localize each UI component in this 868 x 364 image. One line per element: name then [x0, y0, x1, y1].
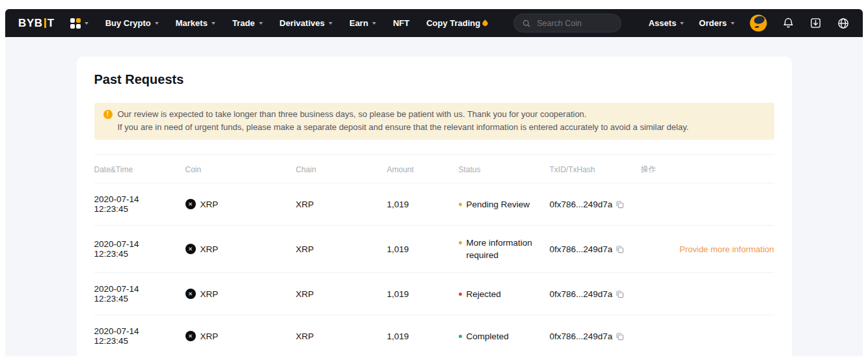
nav-item-orders[interactable]: Orders — [699, 18, 735, 28]
txid-value: 0fx786...249d7a — [550, 200, 613, 209]
column-header: Chain — [296, 165, 387, 174]
cell-coin: ✕ XRP — [185, 244, 296, 254]
cell-status: Pending Review — [459, 198, 550, 211]
column-header: TxID/TxHash — [550, 165, 641, 174]
cell-chain: XRP — [296, 244, 387, 254]
status-dot-icon — [459, 241, 462, 244]
nav-item-earn[interactable]: Earn — [349, 18, 376, 28]
cell-coin: ✕ XRP — [185, 331, 296, 341]
cell-txid: 0fx786...249d7a — [550, 332, 641, 341]
cell-coin: ✕ XRP — [185, 289, 296, 299]
nav-item-buy-crypto[interactable]: Buy Crypto — [105, 18, 159, 28]
chevron-down-icon — [211, 22, 215, 25]
cell-coin: ✕ XRP — [185, 199, 296, 209]
logo-orange-bar — [44, 18, 46, 28]
page-content: Past Requests ! Our review is expected t… — [5, 37, 863, 356]
status-dot-icon — [459, 292, 462, 296]
notice-line-2: If you are in need of urgent funds, plea… — [118, 122, 689, 132]
notice-line-1: Our review is expected to take longer th… — [118, 109, 587, 119]
bell-icon[interactable] — [782, 17, 794, 29]
copy-icon[interactable] — [616, 290, 624, 298]
cell-chain: XRP — [296, 289, 387, 299]
cell-txid: 0fx786...249d7a — [550, 200, 641, 209]
status-dot-icon — [459, 335, 462, 338]
column-header: Date&Time — [94, 165, 185, 174]
search-icon — [522, 19, 531, 28]
cell-chain: XRP — [296, 332, 387, 341]
cell-status: More information required — [459, 237, 550, 261]
warning-icon: ! — [103, 110, 113, 119]
cell-datetime: 2020-07-14 12:23:45 — [94, 194, 185, 214]
txid-value: 0fx786...249d7a — [550, 332, 613, 341]
table-row: 2020-07-14 12:23:45 ✕ XRP XRP 1,019 More… — [94, 226, 774, 273]
cell-status: Completed — [459, 330, 550, 343]
nav-item-trade[interactable]: Trade — [232, 18, 263, 28]
copy-icon[interactable] — [616, 200, 624, 209]
page-frame: BYB T Buy CryptoMarketsTradeDerivativesE… — [0, 0, 868, 364]
apps-grid-icon — [70, 18, 81, 29]
logo-text-right: T — [47, 17, 55, 30]
chevron-down-icon — [680, 22, 684, 25]
coin-label: XRP — [200, 200, 219, 209]
nav-item-copy-trading[interactable]: Copy Trading — [426, 18, 489, 28]
download-icon[interactable] — [809, 17, 822, 29]
bybit-logo[interactable]: BYB T — [18, 17, 55, 30]
nav-item-label: Markets — [176, 18, 208, 28]
flame-icon — [481, 20, 489, 27]
nav-item-label: Derivatives — [280, 18, 325, 28]
search-box[interactable] — [513, 14, 621, 32]
status-label: More information required — [467, 237, 538, 261]
nav-item-label: Earn — [349, 18, 368, 28]
copy-icon[interactable] — [616, 245, 624, 254]
chevron-down-icon — [731, 22, 735, 25]
nav-item-label: Orders — [699, 18, 727, 28]
cell-status: Rejected — [459, 288, 550, 300]
logo-text-left: BYB — [18, 17, 43, 30]
nav-item-markets[interactable]: Markets — [176, 18, 215, 28]
chevron-down-icon — [155, 22, 159, 25]
requests-table: Date&TimeCoinChainAmountStatusTxID/TxHas… — [94, 154, 774, 356]
chevron-down-icon — [259, 22, 263, 25]
cell-datetime: 2020-07-14 12:23:45 — [94, 326, 185, 346]
main-menu: Buy CryptoMarketsTradeDerivativesEarnNFT… — [105, 18, 489, 28]
cell-txid: 0fx786...249d7a — [550, 244, 641, 254]
column-header: Amount — [387, 165, 459, 174]
apps-grid-button[interactable] — [70, 18, 88, 29]
status-dot-icon — [459, 203, 462, 206]
coin-label: XRP — [200, 332, 219, 341]
column-header: Status — [459, 165, 550, 174]
cell-action: Provide more information — [641, 244, 774, 254]
coin-label: XRP — [200, 244, 219, 254]
search-input[interactable] — [536, 18, 610, 29]
review-notice-banner: ! Our review is expected to take longer … — [94, 103, 774, 140]
table-row: 2020-07-14 12:23:45 ✕ XRP XRP 1,019 Pend… — [94, 183, 774, 226]
past-requests-card: Past Requests ! Our review is expected t… — [77, 57, 792, 356]
nav-item-nft[interactable]: NFT — [393, 18, 409, 28]
nav-item-label: Copy Trading — [426, 18, 480, 28]
globe-icon[interactable] — [837, 17, 850, 30]
top-navbar: BYB T Buy CryptoMarketsTradeDerivativesE… — [5, 9, 863, 37]
nav-item-label: Trade — [232, 18, 255, 28]
txid-value: 0fx786...249d7a — [550, 244, 613, 254]
cell-datetime: 2020-07-14 12:23:45 — [94, 284, 185, 304]
status-label: Completed — [467, 330, 509, 343]
copy-icon[interactable] — [616, 332, 624, 341]
page-title: Past Requests — [94, 72, 774, 87]
cell-amount: 1,019 — [387, 289, 459, 299]
cell-txid: 0fx786...249d7a — [550, 289, 641, 299]
xrp-coin-icon: ✕ — [185, 244, 196, 254]
column-header: 操作 — [641, 164, 774, 175]
chevron-down-icon — [85, 22, 88, 25]
cell-amount: 1,019 — [387, 244, 459, 254]
navbar-right: AssetsOrders — [649, 14, 850, 32]
account-menu: AssetsOrders — [649, 18, 735, 28]
nav-item-derivatives[interactable]: Derivatives — [280, 18, 332, 28]
status-label: Pending Review — [467, 198, 530, 211]
nav-item-assets[interactable]: Assets — [649, 18, 685, 28]
avatar[interactable] — [750, 14, 767, 32]
provide-more-info-link[interactable]: Provide more information — [679, 244, 774, 254]
nav-item-label: Assets — [649, 18, 677, 28]
chevron-down-icon — [329, 22, 332, 25]
table-row: 2020-07-14 12:23:45 ✕ XRP XRP 1,019 Comp… — [94, 315, 774, 356]
nav-item-label: Buy Crypto — [105, 18, 151, 28]
